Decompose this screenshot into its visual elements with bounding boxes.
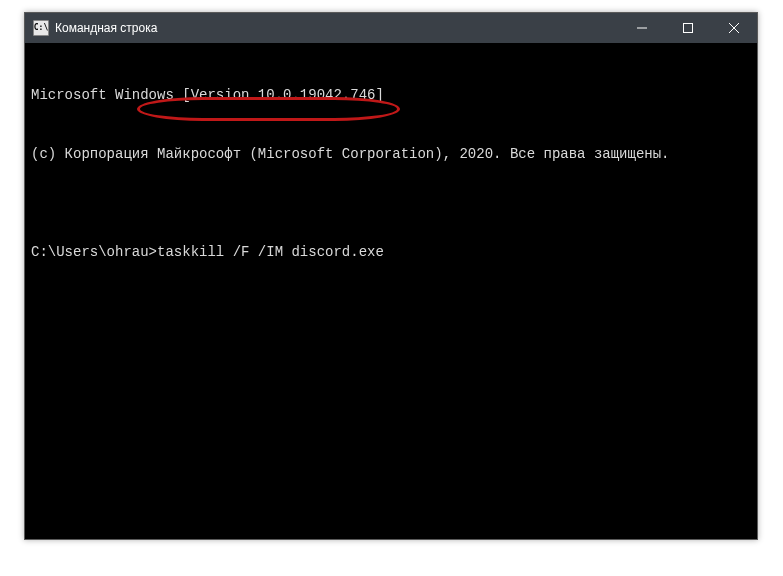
minimize-icon (637, 23, 647, 33)
close-button[interactable] (711, 13, 757, 43)
maximize-icon (683, 23, 693, 33)
minimize-button[interactable] (619, 13, 665, 43)
maximize-button[interactable] (665, 13, 711, 43)
console-output-line: (c) Корпорация Майкрософт (Microsoft Cor… (31, 145, 751, 165)
close-icon (729, 23, 739, 33)
command-prompt-window: C:\ Командная строка Microsoft Windows [… (24, 12, 758, 540)
svg-rect-1 (684, 24, 693, 33)
window-title: Командная строка (55, 21, 619, 35)
console-prompt-line: C:\Users\ohrau>taskkill /F /IM discord.e… (31, 243, 751, 263)
window-controls (619, 13, 757, 43)
prompt-text: C:\Users\ohrau> (31, 244, 157, 260)
console-output-line: Microsoft Windows [Version 10.0.19042.74… (31, 86, 751, 106)
titlebar[interactable]: C:\ Командная строка (25, 13, 757, 43)
command-text: taskkill /F /IM discord.exe (157, 244, 384, 260)
console-area[interactable]: Microsoft Windows [Version 10.0.19042.74… (25, 43, 757, 539)
app-icon: C:\ (33, 20, 49, 36)
